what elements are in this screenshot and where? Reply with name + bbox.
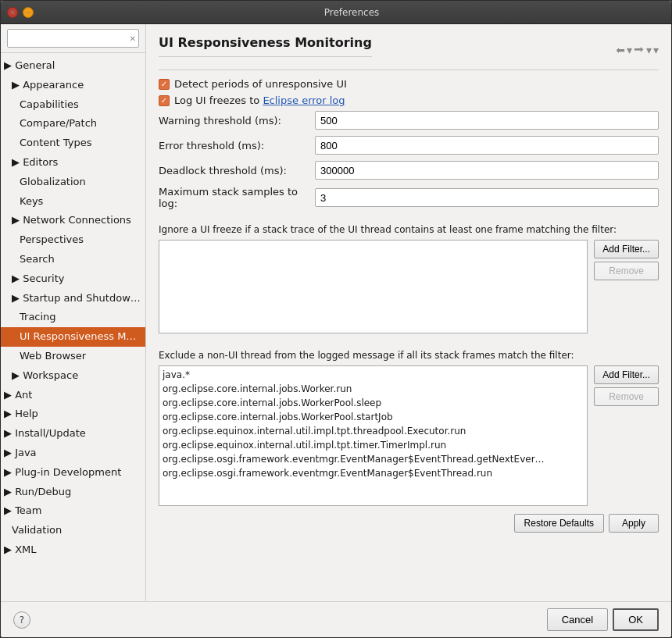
footer-bar: ? Cancel OK: [1, 601, 671, 637]
exclude-buttons: Add Filter... Remove: [594, 365, 659, 506]
form-row-deadlock-threshold: Deadlock threshold (ms):: [159, 161, 659, 180]
back-dropdown-icon[interactable]: ▾: [627, 44, 632, 56]
sidebar-item-web-browser[interactable]: Web Browser: [1, 347, 145, 366]
apply-button[interactable]: Apply: [609, 514, 659, 533]
restore-defaults-button[interactable]: Restore Defaults: [514, 514, 604, 533]
sidebar-item-install-update[interactable]: ▶ Install/Update: [1, 424, 145, 444]
exclude-list-item: org.eclipse.core.internal.jobs.WorkerPoo…: [163, 396, 584, 410]
exclude-list-item: org.eclipse.core.internal.jobs.WorkerPoo…: [163, 410, 584, 424]
sidebar-item-team[interactable]: ▶ Team: [1, 501, 145, 521]
deadlock-threshold-input[interactable]: [315, 161, 659, 180]
sidebar-item-workspace[interactable]: ▶ Workspace: [1, 366, 145, 386]
nav-icons: ⬅ ▾ ⮕ ▾ ▾: [616, 44, 659, 56]
panel-header: UI Responsiveness Monitoring ⬅ ▾ ⮕ ▾ ▾: [159, 35, 659, 70]
minimize-button[interactable]: −: [23, 7, 34, 18]
filter-list[interactable]: [159, 240, 588, 333]
sidebar-item-validation[interactable]: Validation: [1, 521, 145, 540]
exclude-list-item: java.*: [163, 368, 584, 382]
sidebar-item-security[interactable]: ▶ Security: [1, 269, 145, 289]
error-threshold-label: Error threshold (ms):: [159, 140, 315, 151]
sidebar-item-run-debug[interactable]: ▶ Run/Debug: [1, 483, 145, 502]
log-freezes-label: Log UI freezes to Eclipse error log: [174, 94, 345, 106]
log-freezes-checkbox[interactable]: ✓: [159, 95, 170, 106]
sidebar-item-globalization[interactable]: Globalization: [1, 173, 145, 192]
detect-unresponsive-checkbox[interactable]: ✓: [159, 79, 170, 90]
sidebar-item-network-connections[interactable]: ▶ Network Connections: [1, 211, 145, 230]
search-input[interactable]: [7, 29, 139, 48]
sidebar-item-xml[interactable]: ▶ XML: [1, 540, 145, 560]
sidebar-item-general[interactable]: ▶ General: [1, 56, 145, 76]
filter-section: Add Filter... Remove: [159, 240, 659, 333]
exclude-list-item: org.eclipse.osgi.framework.eventmgr.Even…: [163, 452, 584, 466]
filter-section-label: Ignore a UI freeze if a stack trace of t…: [159, 223, 659, 237]
form-row-warning-threshold: Warning threshold (ms):: [159, 111, 659, 130]
help-button[interactable]: ?: [13, 611, 30, 629]
exclude-list[interactable]: java.*org.eclipse.core.internal.jobs.Wor…: [159, 365, 588, 506]
error-threshold-input[interactable]: [315, 136, 659, 155]
max-stack-label: Maximum stack samples to log:: [159, 186, 315, 209]
max-stack-input[interactable]: [315, 188, 659, 207]
window-title: Preferences: [38, 7, 665, 18]
main-panel: UI Responsiveness Monitoring ⬅ ▾ ⮕ ▾ ▾ ✓…: [146, 24, 671, 601]
sidebar-item-perspectives[interactable]: Perspectives: [1, 230, 145, 250]
titlebar: ✕ − Preferences: [1, 1, 671, 24]
back-icon[interactable]: ⬅: [616, 44, 625, 56]
warning-threshold-label: Warning threshold (ms):: [159, 115, 315, 127]
sidebar-item-java[interactable]: ▶ Java: [1, 444, 145, 463]
exclude-list-item: org.eclipse.equinox.internal.util.impl.t…: [163, 438, 584, 452]
sidebar-item-startup-shutdown[interactable]: ▶ Startup and Shutdow…: [1, 289, 145, 308]
exclude-section: java.*org.eclipse.core.internal.jobs.Wor…: [159, 365, 659, 506]
sidebar-item-capabilities[interactable]: Capabilities: [1, 95, 145, 115]
preferences-window: ✕ − Preferences ✕ ▶ General▶ AppearanceC…: [0, 0, 672, 638]
checkbox-row-2: ✓ Log UI freezes to Eclipse error log: [159, 94, 659, 106]
sidebar: ✕ ▶ General▶ AppearanceCapabilitiesCompa…: [1, 24, 146, 601]
eclipse-error-log-link[interactable]: Eclipse error log: [263, 94, 345, 106]
sidebar-item-keys[interactable]: Keys: [1, 192, 145, 212]
exclude-list-item: org.eclipse.osgi.framework.eventmgr.Even…: [163, 466, 584, 480]
exclude-list-item: org.eclipse.equinox.internal.util.impl.t…: [163, 424, 584, 438]
sidebar-item-compare-patch[interactable]: Compare/Patch: [1, 114, 145, 134]
sidebar-item-content-types[interactable]: Content Types: [1, 134, 145, 153]
sidebar-item-appearance[interactable]: ▶ Appearance: [1, 76, 145, 95]
add-filter-button[interactable]: Add Filter...: [594, 240, 659, 258]
exclude-list-item: org.eclipse.core.internal.jobs.Worker.ru…: [163, 382, 584, 396]
sidebar-item-search[interactable]: Search: [1, 250, 145, 269]
sidebar-item-tracing[interactable]: Tracing: [1, 308, 145, 327]
form-row-max-stack: Maximum stack samples to log:: [159, 186, 659, 209]
sidebar-item-ant[interactable]: ▶ Ant: [1, 386, 145, 405]
more-icon[interactable]: ▾: [653, 44, 659, 56]
content-area: ✕ ▶ General▶ AppearanceCapabilitiesCompa…: [1, 24, 671, 601]
panel-title: UI Responsiveness Monitoring: [159, 35, 372, 57]
ok-button[interactable]: OK: [613, 608, 659, 631]
sidebar-item-ui-responsiveness[interactable]: UI Responsiveness Mo…: [1, 327, 145, 347]
remove-exclude-filter-button[interactable]: Remove: [594, 387, 659, 406]
checkbox-row-1: ✓ Detect periods of unresponsive UI: [159, 78, 659, 90]
filter-buttons: Add Filter... Remove: [594, 240, 659, 333]
detect-unresponsive-label: Detect periods of unresponsive UI: [174, 78, 347, 90]
sidebar-item-plugin-development[interactable]: ▶ Plug-in Development: [1, 463, 145, 483]
deadlock-threshold-label: Deadlock threshold (ms):: [159, 165, 315, 176]
form-row-error-threshold: Error threshold (ms):: [159, 136, 659, 155]
sidebar-tree: ▶ General▶ AppearanceCapabilitiesCompare…: [1, 53, 145, 601]
forward-icon[interactable]: ⮕: [634, 44, 645, 56]
add-exclude-filter-button[interactable]: Add Filter...: [594, 365, 659, 384]
sidebar-item-help[interactable]: ▶ Help: [1, 405, 145, 424]
warning-threshold-input[interactable]: [315, 111, 659, 130]
sidebar-item-editors[interactable]: ▶ Editors: [1, 153, 145, 173]
main-actions: Restore Defaults Apply: [159, 514, 659, 533]
cancel-button[interactable]: Cancel: [547, 608, 608, 631]
forward-dropdown-icon[interactable]: ▾: [646, 44, 652, 56]
exclude-section-label: Exclude a non-UI thread from the logged …: [159, 349, 659, 362]
search-box-wrap: ✕: [1, 24, 145, 53]
close-button[interactable]: ✕: [7, 7, 18, 18]
remove-filter-button[interactable]: Remove: [594, 262, 659, 280]
search-clear-icon[interactable]: ✕: [130, 34, 136, 43]
